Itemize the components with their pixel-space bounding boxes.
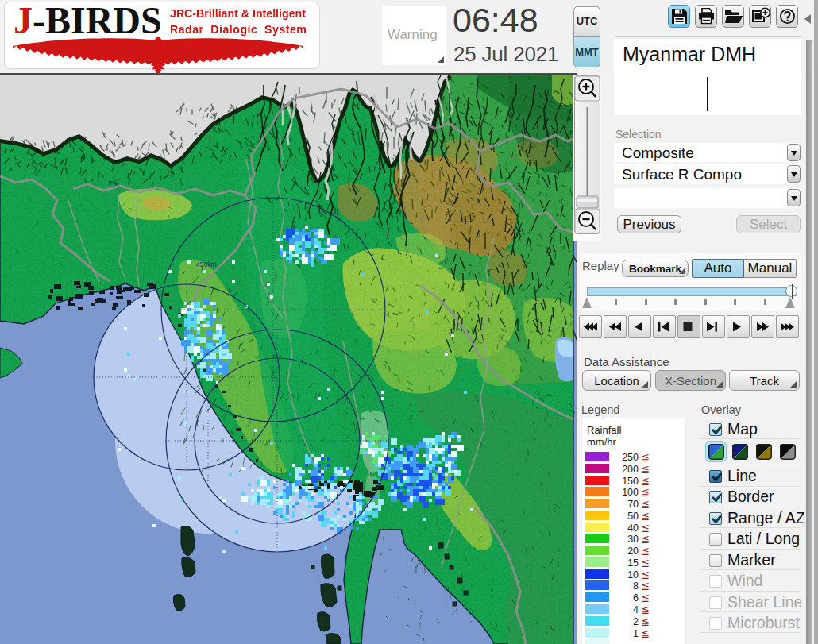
svg-text:450km: 450km [196, 260, 217, 268]
